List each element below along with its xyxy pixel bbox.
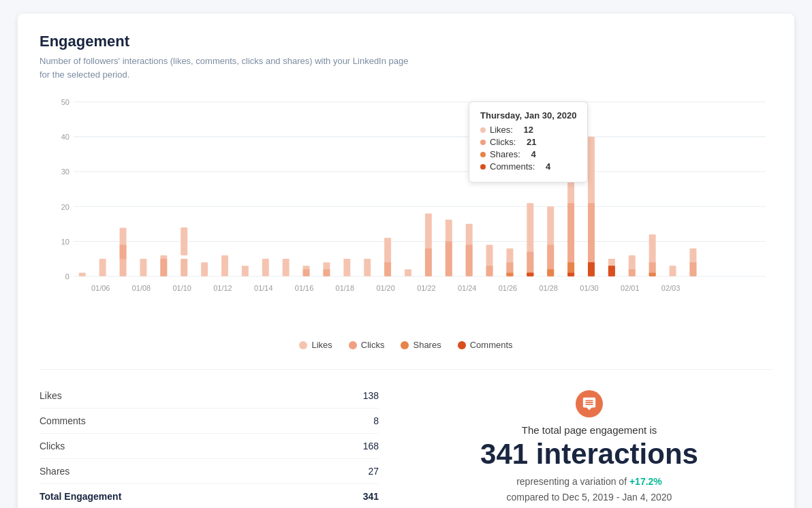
chart-legend: Likes Clicks Shares Comments <box>40 340 772 350</box>
stats-shares-value: 27 <box>368 466 379 477</box>
svg-text:01/18: 01/18 <box>336 284 354 292</box>
svg-rect-16 <box>140 259 146 276</box>
svg-text:40: 40 <box>61 133 69 141</box>
svg-text:01/14: 01/14 <box>254 284 272 292</box>
comments-dot <box>480 164 486 170</box>
stats-shares-label: Shares <box>40 466 69 477</box>
svg-text:02/01: 02/01 <box>621 284 639 292</box>
section-divider <box>40 369 772 370</box>
tooltip-shares-row: Shares: 4 <box>480 149 576 159</box>
likes-dot <box>480 127 486 133</box>
legend-likes-label: Likes <box>311 340 332 350</box>
clicks-dot <box>480 140 486 145</box>
engagement-summary: The total page engagement is 341 interac… <box>406 383 772 508</box>
engagement-comparison: representing a variation of +17.2% compa… <box>507 474 672 505</box>
svg-rect-30 <box>343 259 350 276</box>
svg-rect-72 <box>689 262 696 276</box>
svg-text:01/16: 01/16 <box>295 284 313 292</box>
legend-shares-label: Shares <box>413 340 441 350</box>
svg-rect-64 <box>608 266 615 276</box>
svg-text:01/30: 01/30 <box>580 284 598 292</box>
svg-text:01/26: 01/26 <box>499 284 517 292</box>
legend-clicks: Clicks <box>349 340 385 350</box>
svg-rect-29 <box>323 269 330 276</box>
svg-rect-31 <box>364 259 371 276</box>
svg-text:01/10: 01/10 <box>173 284 191 292</box>
svg-rect-22 <box>221 255 228 276</box>
svg-rect-49 <box>527 273 533 276</box>
svg-rect-18 <box>160 259 167 276</box>
stats-row-comments: Comments 8 <box>40 409 379 434</box>
svg-rect-56 <box>567 273 574 276</box>
page-title: Engagement <box>40 33 772 50</box>
stats-row-shares: Shares 27 <box>40 459 379 484</box>
stats-row-total: Total Engagement 341 <box>40 484 379 508</box>
legend-comments: Comments <box>458 340 513 350</box>
stats-table: Likes 138 Comments 8 Clicks 168 Shares 2… <box>40 383 379 508</box>
variation-value: +17.2% <box>629 476 662 487</box>
engagement-card: Engagement Number of followers' interact… <box>18 14 794 508</box>
legend-comments-label: Comments <box>470 340 513 350</box>
svg-text:0: 0 <box>65 272 69 281</box>
svg-rect-33 <box>384 262 391 276</box>
svg-text:01/12: 01/12 <box>213 284 232 292</box>
legend-likes: Likes <box>299 340 332 350</box>
tooltip-likes-row: Likes: 12 <box>480 125 576 135</box>
svg-rect-66 <box>629 269 636 276</box>
svg-rect-20 <box>181 259 187 276</box>
svg-text:50: 50 <box>61 98 69 106</box>
svg-rect-60 <box>588 262 595 276</box>
tooltip-date: Thursday, Jan 30, 2020 <box>480 110 576 121</box>
tooltip-clicks-row: Clicks: 21 <box>480 137 576 147</box>
stats-comments-value: 8 <box>373 415 379 426</box>
shares-dot <box>480 152 486 157</box>
legend-clicks-dot <box>349 341 357 349</box>
stats-total-value: 341 <box>363 491 379 502</box>
svg-rect-13 <box>99 259 106 276</box>
stats-clicks-label: Clicks <box>40 441 65 451</box>
svg-rect-40 <box>466 245 473 276</box>
stats-clicks-value: 168 <box>363 441 379 451</box>
engagement-pre-label: The total page engagement is <box>522 424 657 436</box>
svg-rect-24 <box>262 259 269 276</box>
svg-text:01/06: 01/06 <box>91 284 110 292</box>
svg-text:01/20: 01/20 <box>376 284 394 292</box>
svg-text:20: 20 <box>61 202 69 210</box>
legend-likes-dot <box>299 341 307 349</box>
legend-shares-dot <box>401 341 409 349</box>
svg-text:01/24: 01/24 <box>458 284 476 292</box>
svg-text:02/03: 02/03 <box>661 284 680 292</box>
engagement-icon <box>576 390 603 417</box>
svg-rect-34 <box>405 269 411 276</box>
svg-rect-27 <box>303 269 310 276</box>
chart-tooltip: Thursday, Jan 30, 2020 Likes: 12 Clicks:… <box>469 101 588 182</box>
svg-rect-69 <box>649 273 656 276</box>
stats-likes-label: Likes <box>40 390 62 401</box>
stats-total-label: Total Engagement <box>40 491 121 502</box>
stats-comments-label: Comments <box>40 415 86 426</box>
bottom-section: Likes 138 Comments 8 Clicks 168 Shares 2… <box>40 383 772 508</box>
svg-rect-12 <box>79 273 86 276</box>
stats-row-likes: Likes 138 <box>40 383 379 409</box>
legend-comments-dot <box>458 341 466 349</box>
legend-clicks-label: Clicks <box>361 340 385 350</box>
svg-rect-70 <box>670 266 676 276</box>
chart-area: 0 10 20 30 40 50 <box>40 95 772 333</box>
svg-text:01/28: 01/28 <box>540 284 558 292</box>
chat-bubble-icon <box>582 396 597 411</box>
svg-rect-23 <box>242 266 249 276</box>
svg-text:01/08: 01/08 <box>132 284 151 292</box>
engagement-total: 341 interactions <box>480 439 698 470</box>
svg-rect-21 <box>201 262 208 276</box>
stats-row-clicks: Clicks 168 <box>40 434 379 459</box>
legend-shares: Shares <box>401 340 441 350</box>
svg-text:30: 30 <box>61 168 69 176</box>
svg-rect-25 <box>283 259 290 276</box>
tooltip-comments-row: Comments: 4 <box>480 161 576 172</box>
page-subtitle: Number of followers' interactions (likes… <box>40 54 772 81</box>
svg-rect-52 <box>547 269 554 276</box>
svg-text:01/22: 01/22 <box>417 284 435 292</box>
svg-rect-19 <box>181 227 187 255</box>
bar-chart: 0 10 20 30 40 50 <box>40 95 772 313</box>
svg-rect-38 <box>446 241 452 276</box>
